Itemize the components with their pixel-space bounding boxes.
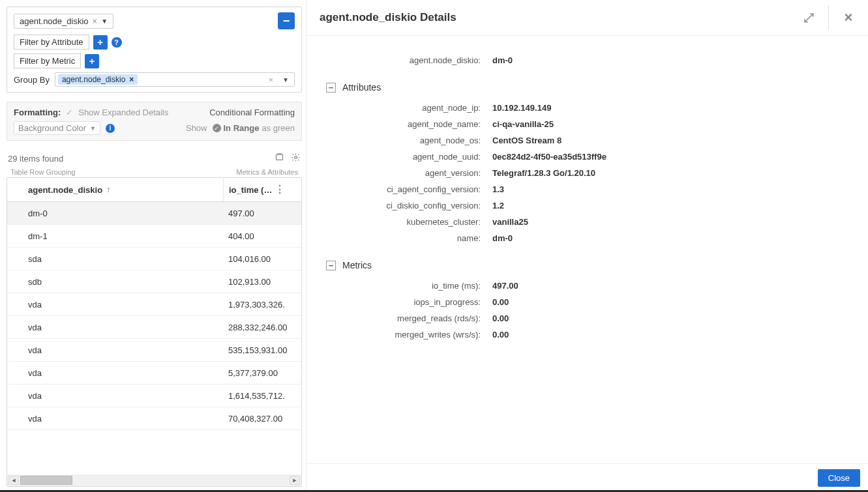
row-name: dm-0 bbox=[7, 202, 223, 225]
attribute-row: name:dm-0 bbox=[326, 233, 855, 243]
attribute-row: kubernetes_cluster:vanilla25 bbox=[326, 217, 855, 227]
entity-tag[interactable]: agent.node_diskio × ▼ bbox=[14, 14, 113, 29]
add-metric-filter-button[interactable]: + bbox=[85, 54, 99, 68]
table-row[interactable]: vda5,377,379.00 bbox=[7, 362, 301, 384]
attribute-key: kubernetes_cluster: bbox=[326, 217, 492, 227]
group-by-clear-icon[interactable]: × bbox=[266, 75, 277, 85]
table-row[interactable]: vda1,614,535,712. bbox=[7, 384, 301, 407]
group-by-caret-icon[interactable]: ▼ bbox=[280, 76, 292, 83]
attribute-value: Telegraf/1.28.3 Go/1.20.10 bbox=[492, 168, 595, 178]
metric-key: merged_reads (rds/s): bbox=[326, 313, 492, 323]
table-row[interactable]: vda1,973,303,326. bbox=[7, 293, 301, 316]
in-range-chip[interactable]: ✓ In Range as green bbox=[213, 123, 295, 133]
attribute-value: vanilla25 bbox=[492, 217, 528, 227]
entity-tag-caret-icon[interactable]: ▼ bbox=[101, 18, 108, 25]
details-footer: Close bbox=[307, 463, 868, 492]
row-name: vda bbox=[7, 339, 223, 362]
scroll-right-icon[interactable]: ► bbox=[290, 476, 300, 485]
row-value: 497.00 bbox=[223, 202, 301, 225]
column-header-name[interactable]: agent.node_diskio ↑ bbox=[7, 178, 223, 201]
collapse-attributes-icon[interactable]: − bbox=[326, 83, 336, 93]
row-value: 535,153,931.00 bbox=[223, 339, 301, 362]
group-by-chip-remove-icon[interactable]: × bbox=[129, 75, 134, 84]
export-icon[interactable] bbox=[275, 152, 284, 164]
row-name: sdb bbox=[7, 270, 223, 293]
metric-key: merged_writes (wrs/s): bbox=[326, 330, 492, 340]
close-button[interactable]: Close bbox=[818, 469, 860, 487]
expand-icon[interactable] bbox=[798, 9, 819, 26]
background-color-dropdown[interactable]: Background Color ▼ bbox=[14, 121, 100, 135]
header-kv-key: agent.node_diskio: bbox=[326, 55, 492, 65]
row-value: 102,913.00 bbox=[223, 270, 301, 293]
attribute-row: agent_node_name:ci-qa-vanilla-25 bbox=[326, 119, 855, 129]
table-body[interactable]: dm-0497.00dm-1404.00sda104,016.00sdb102,… bbox=[7, 202, 301, 474]
column-header-iotime[interactable]: io_time (… ⋮ bbox=[223, 178, 301, 201]
details-title: agent.node_diskio Details bbox=[320, 11, 456, 24]
attribute-row: ci_diskio_config_version:1.2 bbox=[326, 201, 855, 210]
attribute-value: 1.2 bbox=[492, 201, 504, 210]
scroll-thumb[interactable] bbox=[20, 476, 72, 485]
row-value: 1,614,535,712. bbox=[223, 384, 301, 407]
scroll-left-icon[interactable]: ◄ bbox=[8, 476, 19, 485]
chevron-down-icon: ▼ bbox=[90, 125, 96, 132]
details-body[interactable]: agent.node_diskio: dm-0 − Attributes age… bbox=[307, 36, 868, 463]
table-row[interactable]: sda104,016.00 bbox=[7, 248, 301, 270]
checkmark-icon: ✓ bbox=[66, 108, 73, 117]
show-expanded-details-toggle[interactable]: Show Expanded Details bbox=[78, 108, 168, 117]
add-attribute-filter-button[interactable]: + bbox=[93, 35, 108, 50]
close-icon[interactable]: × bbox=[838, 9, 859, 26]
table-row[interactable]: vda535,153,931.00 bbox=[7, 339, 301, 362]
attribute-key: agent_node_uuid: bbox=[326, 152, 492, 162]
settings-gear-icon[interactable] bbox=[291, 152, 301, 164]
attribute-row: agent_version:Telegraf/1.28.3 Go/1.20.10 bbox=[326, 168, 855, 178]
table-row[interactable]: vda288,332,246.00 bbox=[7, 316, 301, 339]
metric-value: 0.00 bbox=[492, 297, 509, 307]
group-by-chip[interactable]: agent.node_diskio × bbox=[58, 74, 138, 85]
attribute-row: agent_node_uuid:0ec824d2-4f50-ea35d513ff… bbox=[326, 152, 855, 162]
metric-row: merged_reads (rds/s):0.00 bbox=[326, 313, 855, 323]
metric-row: iops_in_progress:0.00 bbox=[326, 297, 855, 307]
svg-point-1 bbox=[295, 156, 297, 159]
filter-by-attribute-button[interactable]: Filter by Attribute bbox=[14, 35, 89, 50]
entity-tag-label: agent.node_diskio bbox=[20, 16, 89, 26]
table-row[interactable]: sdb102,913.00 bbox=[7, 270, 301, 293]
table-row[interactable]: vda70,408,327.00 bbox=[7, 407, 301, 430]
row-name: vda bbox=[7, 407, 223, 430]
attribute-value: ci-qa-vanilla-25 bbox=[492, 119, 554, 129]
attribute-value: CentOS Stream 8 bbox=[492, 136, 561, 145]
metric-row: io_time (ms):497.00 bbox=[326, 281, 855, 291]
attribute-row: agent_node_ip:10.192.149.149 bbox=[326, 103, 855, 113]
row-name: dm-1 bbox=[7, 225, 223, 248]
entity-tag-remove-icon[interactable]: × bbox=[93, 16, 98, 26]
sort-ascending-icon: ↑ bbox=[106, 185, 110, 194]
row-name: vda bbox=[7, 384, 223, 407]
svg-rect-0 bbox=[277, 154, 283, 160]
group-by-chip-label: agent.node_diskio bbox=[62, 75, 125, 84]
results-table: agent.node_diskio ↑ io_time (… ⋮ dm-0497… bbox=[7, 177, 302, 487]
info-icon[interactable]: i bbox=[106, 124, 115, 133]
background-color-dropdown-label: Background Color bbox=[18, 123, 86, 133]
details-header: agent.node_diskio Details × bbox=[307, 0, 868, 36]
as-green-text: as green bbox=[262, 123, 295, 133]
column-menu-icon[interactable]: ⋮ bbox=[275, 184, 285, 195]
help-icon[interactable]: ? bbox=[112, 37, 122, 48]
row-value: 70,408,327.00 bbox=[223, 407, 301, 430]
attribute-key: agent_version: bbox=[326, 168, 492, 178]
attribute-row: ci_agent_config_version:1.3 bbox=[326, 184, 855, 194]
conditional-formatting-link[interactable]: Conditional Formatting bbox=[209, 108, 295, 117]
show-label: Show bbox=[186, 123, 207, 133]
collapse-panel-button[interactable]: − bbox=[278, 12, 295, 29]
attribute-key: agent_node_os: bbox=[326, 136, 492, 145]
metric-key: io_time (ms): bbox=[326, 281, 492, 291]
status-dot-icon: ✓ bbox=[213, 124, 221, 132]
row-name: vda bbox=[7, 293, 223, 316]
row-value: 288,332,246.00 bbox=[223, 316, 301, 339]
group-by-input[interactable]: agent.node_diskio × × ▼ bbox=[55, 72, 295, 87]
table-row[interactable]: dm-1404.00 bbox=[7, 225, 301, 248]
row-value: 404.00 bbox=[223, 225, 301, 248]
horizontal-scrollbar[interactable]: ◄ ► bbox=[7, 474, 301, 486]
metrics-attributes-header: Metrics & Attributes bbox=[236, 168, 298, 176]
table-row[interactable]: dm-0497.00 bbox=[7, 202, 301, 225]
collapse-metrics-icon[interactable]: − bbox=[326, 261, 336, 270]
filter-by-metric-button[interactable]: Filter by Metric bbox=[14, 53, 81, 68]
